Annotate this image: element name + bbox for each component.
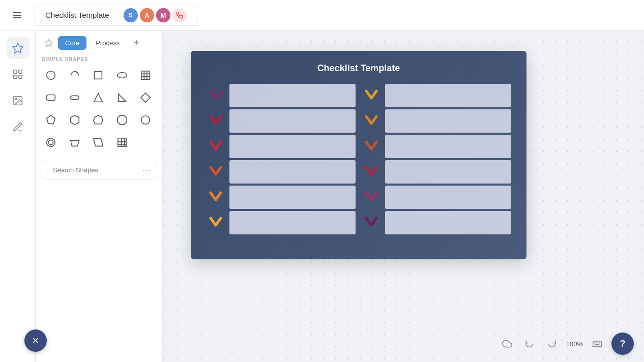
line-item	[385, 160, 511, 184]
keyboard-shortcut-icon[interactable]	[589, 336, 605, 352]
svg-point-15	[47, 71, 55, 80]
svg-rect-9	[18, 70, 21, 73]
shapes-tool[interactable]	[7, 37, 29, 59]
left-checklist	[206, 84, 356, 234]
line-item	[229, 211, 356, 234]
svg-point-32	[141, 116, 150, 125]
svg-marker-31	[118, 115, 127, 125]
line-item	[229, 135, 356, 158]
svg-rect-11	[18, 75, 21, 78]
svg-text:A: A	[144, 12, 150, 19]
frame-tool[interactable]	[7, 63, 29, 85]
chevron-r5	[363, 186, 380, 209]
avatar-m: M	[156, 8, 170, 22]
chevron-r3	[363, 135, 380, 158]
svg-marker-35	[70, 140, 79, 146]
svg-rect-23	[47, 95, 55, 101]
shape-ring[interactable]	[41, 132, 61, 153]
svg-marker-30	[94, 115, 103, 124]
shape-trapezoid[interactable]	[65, 132, 85, 153]
svg-marker-27	[141, 93, 150, 102]
shape-table[interactable]	[135, 65, 156, 85]
line-item	[385, 109, 511, 133]
document-title: Checklist Template	[45, 11, 109, 19]
menu-button[interactable]	[8, 6, 26, 24]
shape-hexagon[interactable]	[65, 110, 85, 130]
svg-marker-36	[94, 139, 103, 146]
svg-marker-25	[94, 94, 103, 102]
svg-marker-26	[118, 94, 126, 102]
svg-rect-8	[13, 70, 16, 73]
shape-ellipse[interactable]	[112, 65, 132, 85]
svg-point-34	[48, 140, 53, 144]
image-tool[interactable]	[7, 89, 29, 112]
chevron-3	[207, 135, 224, 158]
line-item	[229, 109, 356, 133]
svg-text:M: M	[160, 12, 166, 19]
call-button[interactable]	[172, 8, 187, 22]
zoom-level[interactable]: 100%	[566, 340, 583, 348]
svg-marker-28	[47, 115, 55, 124]
avatar-a: A	[140, 8, 154, 22]
svg-marker-29	[70, 115, 79, 125]
add-library-button[interactable]: +	[130, 36, 143, 49]
line-item	[229, 186, 356, 209]
shape-octagon[interactable]	[112, 110, 132, 130]
shape-heptagon[interactable]	[88, 110, 108, 130]
topbar: Checklist Template S A M	[0, 0, 644, 31]
close-fab[interactable]: ×	[24, 329, 47, 352]
line-item	[385, 186, 511, 209]
template-title: Checklist Template	[317, 63, 400, 74]
svg-rect-10	[13, 75, 16, 78]
shapes-grid	[36, 65, 162, 157]
svg-line-43	[48, 170, 49, 171]
svg-point-13	[15, 98, 17, 100]
chevron-r6	[363, 211, 380, 234]
left-chevrons	[206, 84, 225, 234]
search-input[interactable]	[53, 166, 138, 174]
right-lines	[385, 84, 511, 234]
tab-core[interactable]: Core	[58, 36, 86, 50]
shape-rounded-rect[interactable]	[41, 87, 61, 108]
chevron-4	[207, 160, 224, 184]
help-button[interactable]: ?	[611, 333, 634, 355]
shape-stadium[interactable]	[65, 87, 85, 108]
shape-right-triangle[interactable]	[112, 87, 132, 108]
search-options-button[interactable]: ⋯	[142, 165, 151, 175]
shapes-tab-icon[interactable]	[42, 36, 56, 50]
shape-square[interactable]	[88, 65, 108, 85]
chevron-r4	[363, 160, 380, 184]
redo-button[interactable]	[544, 336, 560, 352]
chevron-r2	[363, 109, 380, 133]
search-icon	[47, 167, 49, 174]
svg-marker-7	[12, 43, 22, 53]
chevron-1	[207, 84, 224, 107]
shape-circle-2[interactable]	[135, 110, 156, 130]
shape-pentagon[interactable]	[41, 110, 61, 130]
chevron-2	[207, 109, 224, 133]
shape-grid[interactable]	[112, 132, 132, 153]
search-bar: ⋯	[41, 161, 157, 179]
right-checklist	[362, 84, 511, 234]
cloud-save-icon[interactable]	[499, 336, 515, 352]
template-card: Checklist Template	[191, 51, 526, 259]
avatars-group: S A M	[124, 8, 187, 22]
document-title-tab[interactable]: Checklist Template S A M	[35, 5, 197, 26]
svg-rect-37	[118, 138, 127, 147]
panel-tabs: Core Process +	[36, 31, 162, 50]
shape-parallelogram[interactable]	[88, 132, 108, 153]
tab-process[interactable]: Process	[89, 36, 127, 50]
shape-triangle[interactable]	[88, 87, 108, 108]
avatar-s: S	[124, 8, 138, 22]
shape-diamond[interactable]	[135, 87, 156, 108]
line-item	[229, 160, 356, 184]
shape-circle[interactable]	[41, 65, 61, 85]
svg-rect-16	[95, 72, 102, 79]
checklist-columns	[206, 84, 511, 234]
undo-button[interactable]	[521, 336, 538, 352]
svg-point-33	[47, 138, 55, 147]
drawing-tool[interactable]	[7, 116, 29, 138]
shape-arc[interactable]	[65, 65, 85, 85]
svg-marker-14	[45, 39, 53, 46]
right-chevrons	[362, 84, 381, 234]
